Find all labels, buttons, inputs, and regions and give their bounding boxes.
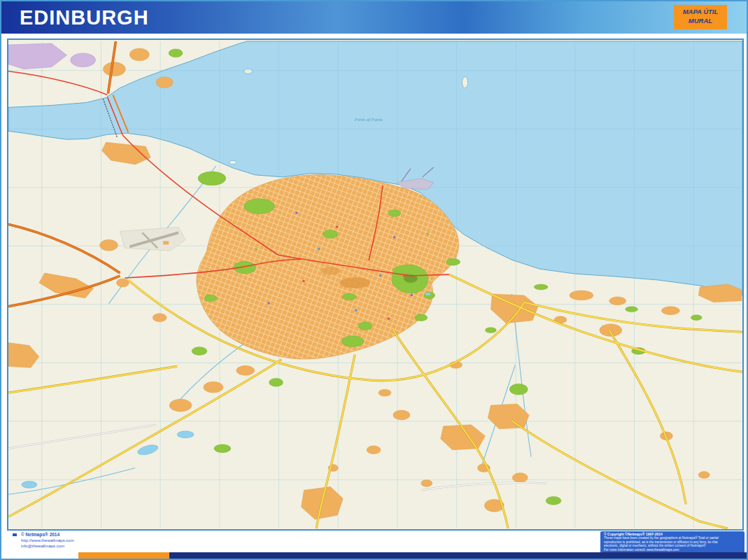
wall-map-poster: EDINBURGH MAPA ÚTIL MURAL [0,0,748,560]
bottom-orange-bar [78,552,169,560]
copyright-line-4: For more information consult: www.thewal… [604,548,741,552]
edinburgh-map: Firth of Forth [8,40,742,529]
footer-email: info@thewallmaps.com [21,543,74,549]
bottom-navy-bar [169,552,748,560]
sea-label: Firth of Forth [354,117,383,122]
header-bar: EDINBURGH MAPA ÚTIL MURAL [1,1,747,34]
island [244,69,253,74]
footer-copyright-box: © Copyright ©Netmaps® 1997-2014 These ma… [600,531,745,553]
island-cramond [230,161,237,164]
footer-copyright: © Netmaps® 2014 [21,532,59,537]
footer-url: http://www.thewallmaps.com [21,538,74,543]
map-title: EDINBURGH [1,6,149,29]
footer-publisher-info: © Netmaps® 2014 http://www.thewallmaps.c… [21,532,74,549]
map-frame: Firth of Forth [7,38,744,531]
island-inchkeith [463,77,468,88]
badge-line2: MURAL [674,17,727,26]
publisher-mark [13,533,17,536]
mapa-util-badge: MAPA ÚTIL MURAL [674,5,727,29]
badge-line1: MAPA ÚTIL [674,8,727,17]
